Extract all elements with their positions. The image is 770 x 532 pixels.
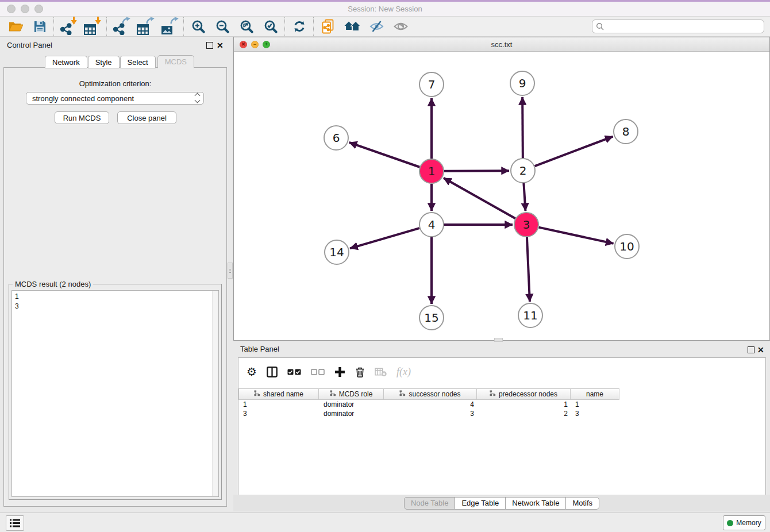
edge-3-1[interactable] (444, 178, 515, 218)
cell-predecessor-nodes[interactable]: 1 (477, 400, 571, 408)
home-button[interactable] (340, 17, 364, 36)
network-window-titlebar[interactable]: ✕ – + scc.txt (234, 37, 769, 52)
network-file-button[interactable] (316, 17, 340, 36)
export-table-button[interactable] (133, 17, 157, 36)
cell-predecessor-nodes[interactable]: 2 (477, 410, 571, 418)
node-4[interactable]: 4 (419, 213, 444, 237)
hide-panels-button[interactable] (364, 17, 388, 36)
run-mcds-button[interactable]: Run MCDS (55, 111, 109, 124)
control-panel-close-icon[interactable]: ✕ (217, 42, 224, 49)
node-8[interactable]: 8 (614, 119, 638, 144)
open-file-button[interactable] (3, 17, 28, 36)
import-network-button[interactable] (56, 17, 80, 36)
export-image-button[interactable] (157, 17, 182, 36)
node-7[interactable]: 7 (419, 72, 444, 97)
show-panels-button[interactable] (388, 17, 413, 36)
zoom-out-button[interactable] (210, 17, 234, 36)
refresh-button[interactable] (287, 17, 311, 36)
open-file-icon (8, 20, 24, 33)
search-field[interactable] (592, 20, 764, 33)
node-1[interactable]: 1 (419, 159, 444, 183)
cell-name[interactable]: 1 (571, 400, 619, 408)
table-row[interactable]: 1dominator411 (238, 400, 765, 409)
node-15[interactable]: 15 (419, 306, 444, 330)
memory-button[interactable]: Memory (723, 515, 765, 530)
column-header-name[interactable]: name (571, 388, 619, 400)
table-row[interactable]: 3dominator323 (238, 409, 765, 418)
panel-splitter-handle[interactable] (228, 263, 233, 279)
column-tree-icon (399, 390, 406, 398)
import-table-button[interactable] (80, 17, 105, 36)
main-titlebar: Session: New Session (0, 2, 770, 17)
network-canvas[interactable]: 7968124314101511 (234, 52, 769, 340)
network-view-window: ✕ – + scc.txt 7968124314101511 (233, 37, 770, 341)
node-2[interactable]: 2 (511, 159, 535, 183)
tab-select[interactable]: Select (120, 56, 156, 68)
svg-text:8: 8 (622, 125, 630, 138)
cell-shared-name[interactable]: 1 (238, 400, 319, 408)
mcds-result-text[interactable]: 1 3 (11, 290, 219, 497)
tab-node-table[interactable]: Node Table (404, 497, 456, 510)
edge-1-2[interactable] (444, 171, 509, 171)
delete-column-icon[interactable] (355, 367, 365, 377)
node-14[interactable]: 14 (325, 240, 349, 264)
edge-3-11[interactable] (527, 237, 530, 302)
network-table-splitter-handle[interactable] (494, 338, 503, 342)
table-tab-strip: Node TableEdge TableNetwork TableMotifs (233, 495, 770, 511)
column-header-successor-nodes[interactable]: successor nodes (384, 388, 477, 400)
criterion-dropdown[interactable]: strongly connected component (26, 92, 204, 105)
tab-motifs[interactable]: Motifs (565, 497, 599, 510)
cell-shared-name[interactable]: 3 (238, 410, 319, 418)
refresh-icon (292, 19, 307, 34)
edge-3-10[interactable] (538, 228, 613, 244)
control-panel-title: Control Panel (7, 41, 52, 49)
node-10[interactable]: 10 (615, 234, 639, 259)
node-9[interactable]: 9 (510, 71, 534, 95)
tab-mcds[interactable]: MCDS (157, 55, 194, 68)
show-all-columns-icon[interactable] (287, 369, 301, 375)
tab-style[interactable]: Style (88, 56, 120, 68)
tab-edge-table[interactable]: Edge Table (455, 497, 506, 510)
table-panel-close-icon[interactable]: ✕ (757, 346, 764, 353)
close-panel-button[interactable]: Close panel (117, 111, 176, 124)
zoom-in-icon (191, 19, 206, 34)
export-network-button[interactable] (109, 17, 133, 36)
fit-content-button[interactable] (234, 17, 259, 36)
cell-name[interactable]: 3 (571, 410, 619, 418)
node-11[interactable]: 11 (518, 303, 542, 327)
svg-text:6: 6 (333, 131, 340, 145)
zoom-selected-button[interactable] (259, 17, 283, 36)
add-column-icon[interactable] (334, 367, 345, 377)
tab-network-table[interactable]: Network Table (505, 497, 566, 510)
column-tree-icon (490, 390, 496, 398)
save-session-button[interactable] (28, 17, 52, 36)
task-history-button[interactable] (6, 515, 24, 531)
edge-1-6[interactable] (349, 142, 420, 167)
split-columns-icon[interactable] (267, 367, 278, 377)
cell-MCDS-role[interactable]: dominator (319, 410, 384, 418)
cell-MCDS-role[interactable]: dominator (319, 400, 384, 408)
table-panel-float-icon[interactable] (748, 346, 754, 353)
zoom-in-button[interactable] (186, 17, 210, 36)
cell-successor-nodes[interactable]: 4 (384, 400, 477, 408)
column-header-predecessor-nodes[interactable]: predecessor nodes (477, 388, 571, 400)
edge-2-8[interactable] (535, 137, 613, 167)
column-header-shared-name[interactable]: shared name (238, 388, 319, 400)
gear-icon[interactable]: ⚙ (247, 366, 257, 377)
edge-2-9[interactable] (522, 97, 523, 158)
cell-successor-nodes[interactable]: 3 (384, 410, 477, 418)
import-table-icon (84, 18, 101, 35)
control-panel-float-icon[interactable] (206, 42, 213, 49)
node-3[interactable]: 3 (514, 213, 538, 237)
task-list-icon (10, 519, 20, 527)
search-input[interactable] (605, 21, 764, 32)
edge-2-3[interactable] (523, 183, 525, 211)
tab-network[interactable]: Network (45, 56, 87, 68)
column-header-MCDS-role[interactable]: MCDS role (319, 388, 384, 400)
result-scrollbar[interactable] (212, 291, 218, 496)
network-graph: 7968124314101511 (234, 52, 768, 340)
node-6[interactable]: 6 (324, 126, 348, 150)
edge-4-14[interactable] (350, 228, 419, 248)
optimization-criterion-label: Optimization criterion: (4, 79, 226, 88)
hide-all-columns-icon[interactable] (311, 369, 325, 375)
